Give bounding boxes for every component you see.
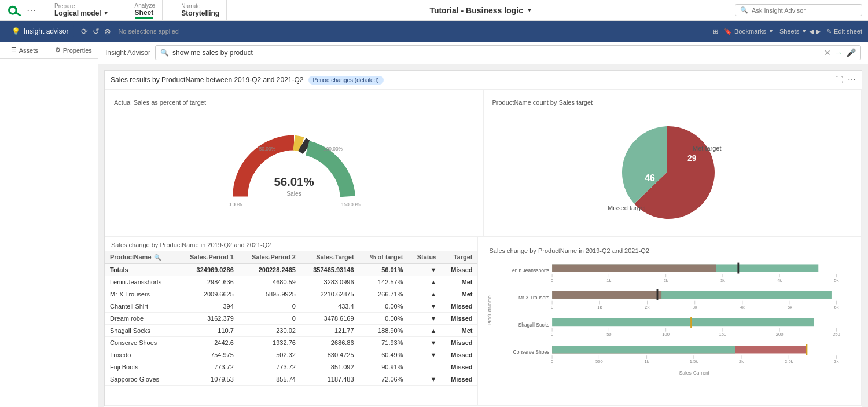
cell-p2: 855.74	[238, 373, 300, 386]
svg-text:2k: 2k	[663, 278, 668, 283]
cell-arrow: ▼	[407, 349, 441, 361]
svg-text:1.5k: 1.5k	[689, 359, 697, 364]
prev-sheet-icon[interactable]: ◀	[809, 28, 814, 35]
cell-p1: 2442.6	[176, 337, 238, 349]
cell-arrow: ▲	[407, 276, 441, 288]
more-dots[interactable]: ⋯	[27, 5, 36, 16]
svg-text:2.5k: 2.5k	[785, 359, 793, 364]
results-area: Sales results by ProductName between 201…	[98, 64, 868, 407]
svg-text:0: 0	[551, 332, 553, 337]
pie-svg: 46 29 Met target Missed target	[591, 109, 753, 230]
search-submit-icon[interactable]: →	[834, 48, 843, 57]
svg-text:150: 150	[719, 332, 726, 337]
svg-point-1	[10, 8, 15, 13]
data-table: ProductName 🔍 Sales-Period 1 Sales-Perio…	[105, 251, 477, 386]
next-sheet-icon[interactable]: ▶	[816, 28, 821, 35]
cell-pct: 71.93%	[359, 337, 408, 349]
totals-period1: 324969.0286	[176, 264, 238, 276]
app-title[interactable]: Tutorial - Business logic ▼	[429, 6, 532, 15]
cell-name: Mr X Trousers	[105, 288, 176, 300]
gauge-svg: 56.01% Sales 0.00% 50.00% 100.00% 150.00…	[219, 118, 369, 222]
cell-p2: 4680.59	[238, 276, 300, 288]
tab-assets[interactable]: ☰ Assets	[0, 42, 49, 58]
svg-text:1k: 1k	[597, 305, 602, 310]
clear-selections-icon[interactable]: ⊗	[104, 27, 111, 36]
cell-p1: 3162.379	[176, 313, 238, 325]
svg-text:6k: 6k	[834, 305, 838, 310]
bar-target-marker-4	[806, 344, 807, 355]
selection-forward-icon[interactable]: ↺	[93, 27, 100, 36]
svg-text:250: 250	[833, 332, 840, 337]
selection-back-icon[interactable]: ⟳	[81, 27, 88, 36]
insight-icon: 💡	[12, 27, 20, 35]
table-row: Fuji Boots 773.72 773.72 851.092 90.91% …	[105, 361, 477, 373]
table-section-title: Sales change by ProductName in 2019-Q2 a…	[105, 237, 477, 251]
no-selections-text: No selections applied	[118, 28, 179, 35]
expand-icon[interactable]: ⛶	[835, 75, 843, 85]
cell-pct: 188.90%	[359, 325, 408, 337]
sheet-label: Sheet	[135, 9, 154, 19]
top-right-area: 🔍	[735, 4, 862, 16]
result-title: Sales results by ProductName between 201…	[111, 76, 304, 84]
grid-view-button[interactable]: ⊞	[713, 28, 718, 35]
top-search-input[interactable]	[752, 7, 844, 14]
insight-advisor-button[interactable]: 💡 Insight advisor	[6, 25, 74, 38]
pie-chart-panel: ProductName count by Sales target	[484, 90, 862, 236]
search-clear-icon[interactable]: ✕	[824, 48, 831, 57]
col-period2: Sales-Period 2	[238, 251, 300, 264]
bar-red-1	[552, 264, 716, 272]
cell-tgt: 3478.6169	[300, 313, 359, 325]
col-status: Status	[407, 251, 441, 264]
bar-target-marker-3	[690, 317, 692, 328]
nav-analyze[interactable]: Analyze Sheet	[128, 0, 163, 20]
gauge-chart-panel: Actual Sales as percent of target	[105, 90, 484, 236]
table-header: ProductName 🔍 Sales-Period 1 Sales-Perio…	[105, 251, 477, 264]
nav-prepare[interactable]: Prepare Logical model ▼	[47, 0, 116, 20]
top-search-bar[interactable]: 🔍	[735, 4, 862, 16]
gauge-label-0: 0.00%	[229, 201, 242, 207]
totals-arrow: ▼	[407, 264, 441, 276]
bar-chart-title: Sales change by ProductName in 2019-Q2 a…	[484, 243, 856, 254]
result-header: Sales results by ProductName between 201…	[105, 71, 862, 90]
cell-arrow: ▼	[407, 373, 441, 386]
gauge-label-150: 150.00%	[341, 201, 361, 207]
main-content: Insight Advisor 🔍 ✕ → 🎤 Sales results by…	[98, 42, 868, 407]
svg-text:100: 100	[662, 332, 670, 337]
nav-narrate[interactable]: Narrate Storytelling	[174, 0, 227, 20]
search-input[interactable]	[172, 49, 821, 57]
insight-advisor-label: Insight advisor	[24, 27, 68, 35]
more-options-icon[interactable]: ⋯	[848, 75, 856, 85]
bar-label-4: Conserve Shoes	[513, 349, 549, 355]
cell-status: Met	[441, 276, 477, 288]
gauge-chart-title: Actual Sales as percent of target	[114, 99, 475, 106]
chevron-down-icon: ▼	[527, 7, 532, 13]
col-productname: ProductName 🔍	[105, 251, 176, 264]
tab-properties[interactable]: ⚙ Properties	[49, 42, 98, 58]
charts-row: Actual Sales as percent of target	[105, 90, 862, 237]
totals-target: 357465.93146	[300, 264, 359, 276]
pie-container: 46 29 Met target Missed target	[492, 112, 853, 228]
search-mic-icon[interactable]: 🎤	[846, 48, 856, 57]
cell-tgt: 3283.0996	[300, 276, 359, 288]
insight-toolbar: 💡 Insight advisor ⟳ ↺ ⊗ No selections ap…	[0, 21, 868, 42]
gauge-container: 56.01% Sales 0.00% 50.00% 100.00% 150.00…	[114, 112, 475, 228]
cell-status: Met	[441, 288, 477, 300]
cell-status: Missed	[441, 373, 477, 386]
table-row: Sapporoo Gloves 1079.53 855.74 1187.483 …	[105, 373, 477, 386]
search-column-icon[interactable]: 🔍	[154, 254, 161, 261]
cell-name: Conserve Shoes	[105, 337, 176, 349]
search-box[interactable]: 🔍 ✕ → 🎤	[155, 45, 861, 60]
col-target: Sales-Target	[300, 251, 359, 264]
cell-pct: 266.71%	[359, 288, 408, 300]
pie-met-value: 29	[687, 153, 697, 163]
bookmarks-button[interactable]: 🔖 Bookmarks ▼	[724, 28, 774, 35]
cell-tgt: 1187.483	[300, 373, 359, 386]
bar-label-1: Lenin Jeansshorts	[509, 267, 549, 273]
svg-text:0: 0	[551, 278, 553, 283]
edit-sheet-button[interactable]: ✎ Edit sheet	[826, 28, 862, 35]
chevron-down-icon: ▼	[801, 28, 807, 34]
insight-advisor-search-label: Insight Advisor	[105, 49, 150, 57]
cell-p1: 2009.6625	[176, 288, 238, 300]
storytelling-label: Storytelling	[181, 9, 219, 17]
svg-text:0: 0	[551, 359, 553, 364]
